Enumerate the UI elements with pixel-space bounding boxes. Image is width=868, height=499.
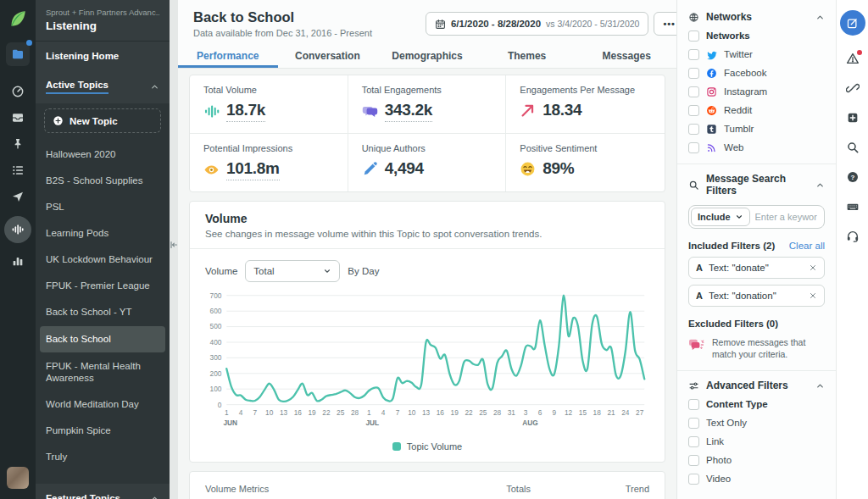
tab-themes[interactable]: Themes [477, 47, 577, 68]
sidebar-section-featured-topics[interactable]: Featured Topics [36, 484, 170, 499]
sidebar-section-active-topics[interactable]: Active Topics [36, 70, 170, 103]
keyword-input[interactable] [750, 212, 822, 222]
pin-nav-icon[interactable] [11, 137, 25, 151]
metric-label: Potential Impressions [203, 143, 334, 153]
checkbox[interactable] [688, 399, 699, 410]
svg-text:13: 13 [280, 408, 288, 417]
excluded-note-text: Remove messages that match your criteria… [712, 336, 825, 360]
help-icon[interactable]: ? [846, 170, 860, 184]
checkbox[interactable] [688, 49, 699, 60]
alerts-icon[interactable] [846, 52, 860, 65]
chevron-up-icon [815, 13, 825, 22]
user-avatar[interactable] [7, 467, 29, 489]
publish-nav-icon[interactable] [11, 190, 25, 203]
advanced-filters-header[interactable]: Advanced Filters [688, 380, 825, 391]
reports-nav-icon[interactable] [11, 254, 25, 268]
svg-text:21: 21 [607, 408, 615, 417]
network-filter-facebook[interactable]: Facebook [688, 67, 825, 79]
search-icon [688, 180, 699, 191]
network-filter-web[interactable]: Web [688, 141, 825, 153]
chevron-up-icon[interactable] [150, 494, 159, 499]
sidebar-item-topic[interactable]: Halloween 2020 [36, 141, 170, 168]
add-icon[interactable] [846, 111, 860, 125]
filter-group-header[interactable]: Content Type [688, 398, 825, 410]
checkbox[interactable] [688, 436, 699, 447]
remove-chip-icon[interactable] [809, 263, 817, 272]
folders-nav-button[interactable] [6, 42, 30, 66]
filters-panel: Networks NetworksTwitterFacebookInstagra… [676, 0, 836, 499]
sprout-logo-icon[interactable] [8, 8, 28, 29]
page-title: Back to School [193, 9, 294, 25]
checkbox[interactable] [688, 124, 699, 135]
sidebar-item-topic[interactable]: FPUK - Premier League [36, 273, 170, 299]
support-headset-icon[interactable] [846, 230, 860, 243]
svg-text:28: 28 [493, 408, 502, 417]
filter-chip[interactable]: AText: "donate" [688, 257, 825, 279]
tab-demographics[interactable]: Demographics [377, 47, 477, 68]
svg-text:JUN: JUN [223, 419, 237, 427]
sidebar-item-topic[interactable]: Pumpkin Spice [36, 418, 170, 444]
checkbox[interactable] [688, 105, 699, 116]
sidebar-item-listening-home[interactable]: Listening Home [36, 42, 170, 70]
clear-all-link[interactable]: Clear all [789, 241, 825, 251]
filter-option-text-only[interactable]: Text Only [688, 417, 825, 429]
checkbox[interactable] [688, 418, 699, 429]
advanced-filters-title: Advanced Filters [706, 380, 809, 391]
facebook-icon [706, 68, 717, 79]
filter-option-photo[interactable]: Photo [688, 454, 825, 466]
sidebar-item-topic[interactable]: B2S - School Supplies [36, 168, 170, 194]
message-search-title: Message Search Filters [706, 173, 809, 197]
chevron-up-icon [815, 180, 825, 190]
sidebar-item-topic[interactable]: Truly [36, 444, 170, 470]
network-filter-instagram[interactable]: Instagram [688, 86, 825, 97]
dashboard-nav-icon[interactable] [11, 85, 25, 98]
metric-value: 343.2k [385, 101, 432, 122]
sidebar-item-topic[interactable]: FPUK - Mental Health Awareness [36, 353, 170, 392]
topic-volume-legend-swatch [392, 442, 401, 451]
network-filter-networks[interactable]: Networks [688, 30, 825, 42]
sidebar-item-topic[interactable]: Learning Pods [36, 220, 170, 247]
feeds-nav-icon[interactable] [11, 164, 25, 177]
svg-text:10: 10 [265, 408, 274, 417]
filter-option-link[interactable]: Link [688, 435, 825, 447]
sidebar-item-topic[interactable]: Back to School [40, 326, 165, 352]
filter-chip[interactable]: AText: "donation" [688, 285, 825, 307]
col-totals: Totals [403, 484, 531, 494]
checkbox[interactable] [688, 86, 699, 97]
checkbox[interactable] [688, 30, 699, 42]
svg-text:28: 28 [351, 408, 359, 417]
sidebar-item-topic[interactable]: UK Lockdown Behaviour [36, 247, 170, 273]
chevron-up-icon[interactable] [150, 82, 159, 91]
remove-chip-icon[interactable] [809, 291, 817, 300]
filter-option-video[interactable]: Video [688, 473, 825, 485]
group-spacer [688, 485, 825, 493]
listening-nav-button-active[interactable] [4, 216, 31, 243]
include-exclude-select[interactable]: Include [691, 208, 750, 226]
sidebar-item-topic[interactable]: PSL [36, 194, 170, 220]
tab-conversation[interactable]: Conversation [278, 47, 378, 68]
sidebar-item-topic[interactable]: World Meditation Day [36, 391, 170, 418]
checkbox[interactable] [688, 455, 699, 466]
checkbox[interactable] [688, 142, 699, 153]
networks-header[interactable]: Networks [688, 11, 825, 23]
network-filter-tumblr[interactable]: Tumblr [688, 123, 825, 135]
volume-type-select[interactable]: Total [245, 260, 340, 282]
link-icon[interactable] [846, 81, 860, 95]
tab-messages[interactable]: Messages [576, 47, 676, 68]
topic-volume-legend-label: Topic Volume [407, 441, 462, 452]
inbox-nav-icon[interactable] [11, 111, 25, 125]
checkbox[interactable] [688, 474, 699, 485]
network-label: Tumblr [724, 124, 754, 134]
sidebar-item-topic[interactable]: Back to School - YT [36, 299, 170, 325]
compose-button[interactable] [840, 10, 865, 36]
message-search-header[interactable]: Message Search Filters [688, 173, 825, 197]
new-topic-button[interactable]: New Topic [44, 108, 161, 133]
compare-range-value: vs 3/4/2020 - 5/31/2020 [546, 19, 639, 29]
search-icon[interactable] [846, 141, 860, 154]
network-filter-twitter[interactable]: Twitter [688, 48, 825, 60]
keyboard-icon[interactable] [846, 200, 860, 213]
tab-performance[interactable]: Performance [178, 47, 278, 68]
date-range-button[interactable]: 6/1/2020 - 8/28/2020 vs 3/4/2020 - 5/31/… [426, 12, 649, 36]
checkbox[interactable] [688, 68, 699, 79]
network-filter-reddit[interactable]: Reddit [688, 104, 825, 116]
